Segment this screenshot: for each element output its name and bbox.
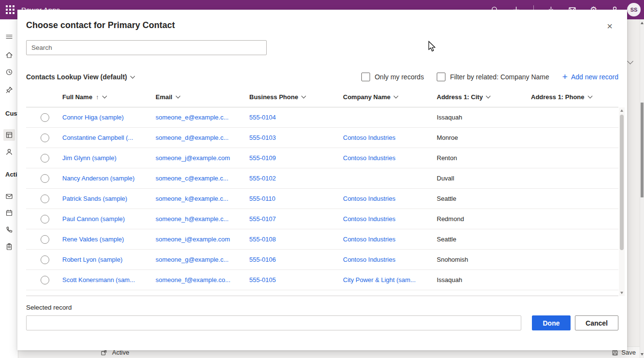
row-full-name-link[interactable]: Nancy Anderson (sample) xyxy=(55,175,148,182)
row-city: Redmond xyxy=(429,215,524,223)
row-email-link[interactable]: someone_k@example.c... xyxy=(148,195,242,202)
row-business-phone-link[interactable]: 555-0108 xyxy=(242,236,336,243)
row-company-link[interactable]: Contoso Industries xyxy=(336,154,429,162)
row-radio-button[interactable] xyxy=(41,255,49,264)
table-row[interactable]: Rene Valdes (sample) someone_i@example.c… xyxy=(26,229,618,250)
row-radio-button[interactable] xyxy=(41,154,49,163)
column-header-address-phone[interactable]: Address 1: Phone xyxy=(524,93,618,101)
pinned-icon[interactable] xyxy=(5,86,13,94)
row-radio-button[interactable] xyxy=(41,113,49,122)
table-row[interactable]: Paul Cannon (sample) someone_h@example.c… xyxy=(26,209,618,229)
row-email-link[interactable]: someone_i@example.com xyxy=(148,236,242,243)
row-business-phone-link[interactable]: 555-0107 xyxy=(242,215,336,223)
row-city: Issaquah xyxy=(429,114,524,121)
page-scrollbar[interactable] xyxy=(640,19,644,358)
row-email-link[interactable]: someone_c@example.c... xyxy=(148,175,242,182)
phone-icon[interactable] xyxy=(5,226,13,234)
checkbox-icon xyxy=(361,73,370,81)
row-radio-button[interactable] xyxy=(41,174,49,183)
column-header-full-name[interactable]: Full Name ↑ xyxy=(55,93,148,101)
chevron-down-icon xyxy=(301,93,306,98)
calendar-icon[interactable] xyxy=(5,209,13,217)
toolbar-right-group: Only my records Filter by related: Compa… xyxy=(361,73,618,81)
checkbox-icon xyxy=(437,73,445,81)
row-business-phone-link[interactable]: 555-0110 xyxy=(242,195,336,202)
cancel-button[interactable]: Cancel xyxy=(575,315,618,330)
contacts-person-icon[interactable] xyxy=(5,148,13,156)
hamburger-menu-icon[interactable] xyxy=(5,33,13,41)
row-full-name-link[interactable]: Jim Glynn (sample) xyxy=(55,154,148,162)
row-email-link[interactable]: someone_g@example.c... xyxy=(148,256,242,263)
table-row[interactable]: Constantine Campbell (... someone_d@exam… xyxy=(26,128,618,148)
row-business-phone-link[interactable]: 555-0103 xyxy=(242,134,336,141)
chevron-down-icon xyxy=(587,93,592,98)
task-clipboard-icon[interactable] xyxy=(5,243,13,251)
table-row[interactable]: Nancy Anderson (sample) someone_c@exampl… xyxy=(26,168,618,189)
row-email-link[interactable]: someone_h@example.c... xyxy=(148,215,242,223)
dialog-header: Choose contact for Primary Contact × xyxy=(26,10,618,31)
chevron-down-icon xyxy=(102,93,107,98)
filter-by-related-label: Filter by related: Company Name xyxy=(450,73,549,81)
row-full-name-link[interactable]: Constantine Campbell (... xyxy=(55,134,148,141)
row-business-phone-link[interactable]: 555-0105 xyxy=(242,276,336,283)
row-full-name-link[interactable]: Connor Higa (sample) xyxy=(55,114,148,121)
accounts-grid-icon[interactable] xyxy=(5,131,13,139)
scroll-down-arrow-icon[interactable] xyxy=(641,353,644,356)
table-scrollbar[interactable] xyxy=(619,107,625,296)
row-full-name-link[interactable]: Rene Valdes (sample) xyxy=(55,236,148,243)
column-label: Business Phone xyxy=(249,93,298,101)
row-full-name-link[interactable]: Robert Lyon (sample) xyxy=(55,256,148,263)
row-company-link[interactable]: Contoso Industries xyxy=(336,134,429,141)
row-business-phone-link[interactable]: 555-0109 xyxy=(242,154,336,162)
row-business-phone-link[interactable]: 555-0104 xyxy=(242,114,336,121)
row-email-link[interactable]: someone_d@example.c... xyxy=(148,134,242,141)
row-radio-button[interactable] xyxy=(41,215,49,224)
row-full-name-link[interactable]: Patrick Sands (sample) xyxy=(55,195,148,202)
row-city: Issaquah xyxy=(429,276,524,283)
column-header-company-name[interactable]: Company Name xyxy=(336,93,429,101)
recent-clock-icon[interactable] xyxy=(5,68,13,76)
row-radio-button[interactable] xyxy=(41,276,49,284)
column-header-address-city[interactable]: Address 1: City xyxy=(429,93,524,101)
row-company-link[interactable]: City Power & Light (sam... xyxy=(336,276,429,283)
selected-record-input[interactable] xyxy=(26,315,521,330)
column-header-email[interactable]: Email xyxy=(148,93,242,101)
row-email-link[interactable]: someone_j@example.com xyxy=(148,154,242,162)
table-row[interactable]: Patrick Sands (sample) someone_k@example… xyxy=(26,189,618,209)
row-business-phone-link[interactable]: 555-0102 xyxy=(242,175,336,182)
row-company-link[interactable]: Contoso Industries xyxy=(336,256,429,263)
row-radio-button[interactable] xyxy=(41,134,49,142)
home-icon[interactable] xyxy=(5,51,13,59)
view-selector[interactable]: Contacts Lookup View (default) xyxy=(26,73,134,81)
add-new-record-button[interactable]: + Add new record xyxy=(562,73,618,81)
row-company-link[interactable]: Contoso Industries xyxy=(336,215,429,223)
search-input[interactable] xyxy=(26,40,267,55)
done-button[interactable]: Done xyxy=(532,315,571,330)
row-email-link[interactable]: someone_e@example.c... xyxy=(148,114,242,121)
row-email-link[interactable]: someone_f@example.co... xyxy=(148,276,242,283)
scroll-down-arrow-icon[interactable] xyxy=(620,292,623,294)
row-company-link[interactable]: Contoso Industries xyxy=(336,236,429,243)
close-icon[interactable]: × xyxy=(607,21,613,31)
column-header-business-phone[interactable]: Business Phone xyxy=(242,93,336,101)
page-scrollbar-thumb[interactable] xyxy=(641,103,644,197)
row-full-name-link[interactable]: Paul Cannon (sample) xyxy=(55,215,148,223)
row-radio-button[interactable] xyxy=(41,194,49,203)
waffle-menu-icon[interactable] xyxy=(6,5,14,14)
user-avatar[interactable]: SS xyxy=(627,3,641,16)
table-row[interactable]: Connor Higa (sample) someone_e@example.c… xyxy=(26,107,618,128)
row-city: Duvall xyxy=(429,175,524,182)
scroll-up-arrow-icon[interactable] xyxy=(620,109,623,112)
row-company-link[interactable]: Contoso Industries xyxy=(336,195,429,202)
filter-by-related-checkbox[interactable]: Filter by related: Company Name xyxy=(437,73,549,81)
email-icon[interactable] xyxy=(5,193,13,200)
row-full-name-link[interactable]: Scott Konersmann (sam... xyxy=(55,276,148,283)
row-radio-button[interactable] xyxy=(41,235,49,244)
table-row[interactable]: Robert Lyon (sample) someone_g@example.c… xyxy=(26,250,618,270)
table-row[interactable]: Scott Konersmann (sam... someone_f@examp… xyxy=(26,270,618,290)
table-scrollbar-thumb[interactable] xyxy=(620,115,624,250)
only-my-records-checkbox[interactable]: Only my records xyxy=(361,73,424,81)
table-row[interactable]: Jim Glynn (sample) someone_j@example.com… xyxy=(26,148,618,168)
scroll-up-arrow-icon[interactable] xyxy=(641,22,644,24)
row-business-phone-link[interactable]: 555-0106 xyxy=(242,256,336,263)
